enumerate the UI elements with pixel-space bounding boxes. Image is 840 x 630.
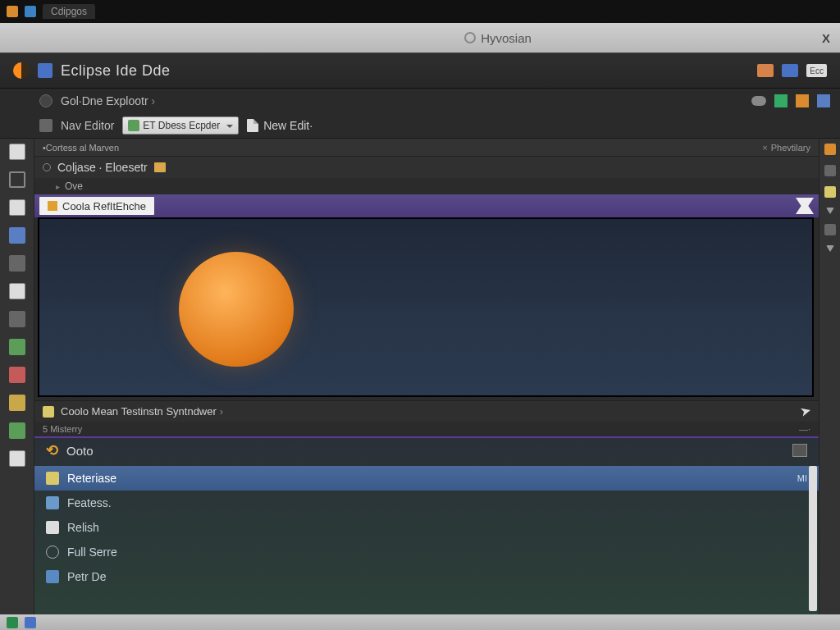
- perspective-icon[interactable]: [757, 64, 774, 77]
- eclipse-logo-icon: [13, 62, 30, 79]
- rail-icon[interactable]: [824, 144, 836, 155]
- os-tab[interactable]: Cdipgos: [43, 4, 95, 19]
- results-item[interactable]: Featess.: [34, 491, 819, 515]
- combo-text: ET Dbess Ecpder: [143, 120, 220, 131]
- explorer-title-row[interactable]: Coljase · Eloesetr: [34, 157, 819, 178]
- results-item[interactable]: Petr De: [34, 564, 819, 589]
- main-toolbar: Gol·Dne Explootr Nav Editor ET Dbess Ecp…: [0, 89, 840, 139]
- sidebar-icon[interactable]: [9, 227, 25, 244]
- toolbar-icon[interactable]: [817, 94, 830, 107]
- tree-toggle-icon[interactable]: [43, 163, 51, 171]
- results-scrollbar[interactable]: [809, 466, 817, 611]
- console-title[interactable]: Coolo Mean Testinstn Syntndwer: [61, 405, 223, 418]
- results-item-icon: [46, 521, 59, 534]
- app-ring-icon: [464, 32, 476, 43]
- breadcrumb[interactable]: Gol·Dne Explootr: [61, 94, 155, 107]
- editor-tab-label: Coola RefItEhche: [62, 200, 146, 212]
- results-header-label: Ooto: [66, 444, 94, 458]
- chevron-down-icon[interactable]: [826, 245, 834, 252]
- sidebar-icon[interactable]: [9, 311, 25, 327]
- status-icon[interactable]: [25, 617, 36, 628]
- folder-icon: [154, 162, 166, 172]
- results-header: ⟲ Ooto: [34, 438, 819, 463]
- perspective-icon[interactable]: [782, 64, 798, 77]
- results-item-icon: [46, 546, 59, 559]
- sidebar-file-icon[interactable]: [9, 283, 25, 299]
- app-icon: [25, 6, 36, 17]
- sidebar-file-icon[interactable]: [9, 450, 25, 467]
- sidebar-file-icon[interactable]: [9, 199, 25, 216]
- results-item[interactable]: Relish: [34, 515, 819, 540]
- results-panel: ⟲ Ooto ReteriaseMIFeatess.RelishFull Ser…: [34, 438, 819, 614]
- sidebar-icon[interactable]: [9, 395, 25, 411]
- tab-end-icon[interactable]: [796, 198, 814, 214]
- status-bar: [0, 614, 840, 630]
- sidebar-icon[interactable]: [9, 339, 25, 355]
- brand-square-icon: [38, 63, 52, 78]
- panel-header: •Cortess al Marven Phevtilary: [34, 139, 819, 157]
- file-type-icon: [48, 201, 57, 211]
- results-item-label: Featess.: [67, 496, 112, 509]
- nav-editor-label: Nav Editor: [61, 119, 114, 132]
- results-header-icon: ⟲: [46, 441, 58, 459]
- explorer-combo[interactable]: ET Dbess Ecpder: [122, 116, 239, 135]
- misc-label: 5 Misterry: [43, 424, 82, 434]
- combo-icon: [128, 120, 139, 131]
- eclipse-splash-icon: [179, 252, 294, 367]
- nav-back-icon[interactable]: [39, 94, 52, 107]
- left-sidebar: [0, 139, 34, 614]
- new-file-icon: [247, 119, 258, 132]
- product-bar: Eclipse Ide Dde Ecc: [0, 52, 840, 89]
- sidebar-icon[interactable]: [9, 422, 25, 439]
- results-maximize-icon[interactable]: [792, 444, 807, 457]
- sidebar-outline-icon[interactable]: [9, 171, 25, 188]
- rail-icon[interactable]: [824, 186, 836, 198]
- window-title: Hyvosian: [464, 31, 532, 45]
- sidebar-icon[interactable]: [9, 367, 25, 383]
- misc-menu-icon[interactable]: —·: [799, 424, 810, 434]
- new-editor-button[interactable]: New Edit·: [247, 119, 313, 132]
- results-item-label: Relish: [67, 521, 99, 534]
- explorer-sub-row[interactable]: Ove: [34, 178, 819, 194]
- console-tab-bar: Coolo Mean Testinstn Syntndwer ➤: [34, 400, 819, 422]
- main-column: •Cortess al Marven Phevtilary Coljase · …: [34, 139, 819, 614]
- cursor-icon: ➤: [798, 403, 812, 421]
- right-rail: [819, 139, 840, 614]
- workspace: •Cortess al Marven Phevtilary Coljase · …: [0, 139, 840, 614]
- rail-icon[interactable]: [824, 224, 836, 235]
- product-title: Eclipse Ide Dde: [61, 62, 171, 80]
- console-icon: [43, 406, 54, 418]
- toolbar-icon[interactable]: [774, 94, 788, 107]
- window-titlebar: Hyvosian X: [0, 23, 840, 52]
- results-item-label: Petr De: [67, 570, 106, 583]
- window-close-button[interactable]: X: [822, 31, 830, 45]
- panel-header-tag[interactable]: Phevtilary: [762, 143, 810, 153]
- results-item[interactable]: Full Serre: [34, 540, 819, 564]
- rail-icon[interactable]: [824, 165, 836, 176]
- editor-tab[interactable]: Coola RefItEhche: [39, 197, 154, 215]
- editor-tab-bar: Coola RefItEhche: [34, 194, 819, 217]
- new-editor-label: New Edit·: [263, 119, 313, 132]
- sidebar-file-icon[interactable]: [9, 144, 25, 160]
- results-item-icon: [46, 496, 59, 509]
- editor-canvas[interactable]: [38, 217, 814, 397]
- results-item-label: Reteriase: [67, 472, 116, 485]
- chevron-down-icon[interactable]: [826, 208, 834, 214]
- results-item-tag: MI: [797, 473, 807, 483]
- results-item[interactable]: ReteriaseMI: [34, 466, 819, 491]
- toolbar-icon[interactable]: [796, 94, 809, 107]
- quick-access[interactable]: Ecc: [806, 64, 827, 77]
- cloud-icon[interactable]: [751, 96, 766, 106]
- misc-row: 5 Misterry —·: [34, 422, 819, 438]
- status-icon[interactable]: [7, 617, 18, 628]
- panel-header-label: •Cortess al Marven: [43, 143, 119, 153]
- results-item-icon: [46, 472, 59, 485]
- results-list: ReteriaseMIFeatess.RelishFull SerrePetr …: [34, 463, 819, 589]
- app-icon: [7, 6, 18, 17]
- results-item-label: Full Serre: [67, 546, 117, 559]
- results-item-icon: [46, 570, 59, 583]
- explorer-title: Coljase · Eloesetr: [57, 161, 148, 174]
- sidebar-icon[interactable]: [9, 255, 25, 272]
- nav-icon[interactable]: [39, 119, 52, 132]
- window-title-text: Hyvosian: [481, 31, 532, 45]
